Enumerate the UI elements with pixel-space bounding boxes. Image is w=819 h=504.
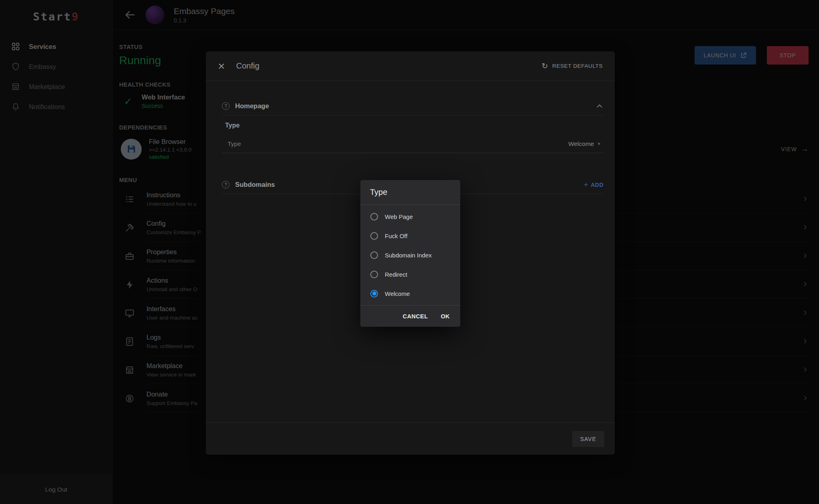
ok-button[interactable]: OK: [436, 310, 455, 323]
radio-icon: [370, 251, 378, 259]
radio-option-label: Fuck Off: [385, 233, 407, 239]
radio-icon: [370, 213, 378, 221]
radio-icon: [370, 290, 378, 298]
radio-option-welcome[interactable]: Welcome: [360, 284, 460, 303]
type-options-list: Web Page Fuck Off Subdomain Index Redire…: [360, 205, 460, 305]
type-dialog-footer: CANCEL OK: [360, 305, 460, 327]
radio-option-label: Subdomain Index: [385, 252, 432, 259]
radio-option-label: Welcome: [385, 290, 410, 297]
cancel-button[interactable]: CANCEL: [398, 310, 433, 323]
type-dialog-title: Type: [360, 180, 460, 205]
radio-option-label: Web Page: [385, 213, 413, 220]
radio-option-label: Redirect: [385, 271, 407, 278]
radio-icon: [370, 232, 378, 240]
radio-option-subdomain-index[interactable]: Subdomain Index: [360, 245, 460, 265]
screen: Start9 Services Embassy Marketplace: [0, 0, 819, 504]
type-dialog: Type Web Page Fuck Off Subdomain Index R…: [360, 180, 460, 327]
radio-icon: [370, 271, 378, 278]
radio-option-redirect[interactable]: Redirect: [360, 265, 460, 284]
radio-option-web-page[interactable]: Web Page: [360, 207, 460, 226]
radio-option-fuck-off[interactable]: Fuck Off: [360, 226, 460, 245]
